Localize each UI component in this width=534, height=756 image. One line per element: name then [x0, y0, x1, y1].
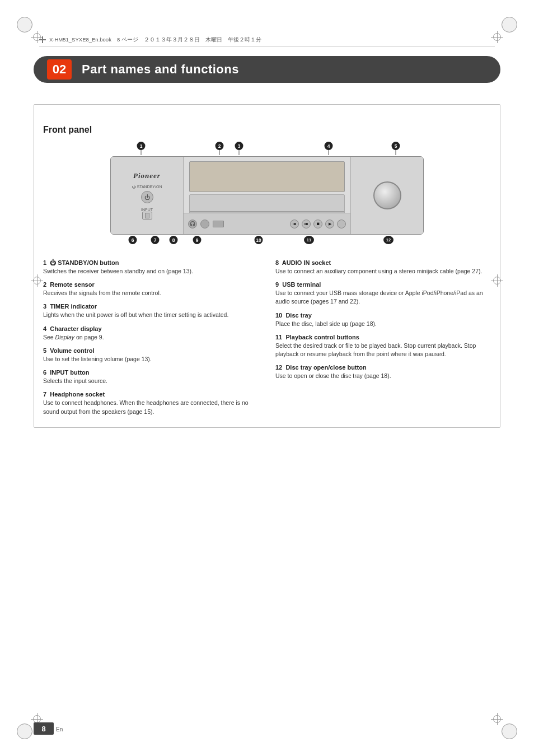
badge-6: 6: [129, 236, 137, 244]
line-2: [219, 150, 220, 155]
crosshair-icon: [39, 36, 46, 43]
top-bar: X-HM51_SYXE8_En.book 8 ページ ２０１３年３月２８日 木曜…: [39, 35, 495, 47]
badge-7: 7: [151, 236, 160, 244]
number-labels-bottom: 6 7 8 9 10 11 12: [110, 236, 424, 249]
desc-item-7: 7 Headphone socket Use to connect headph…: [43, 391, 259, 416]
desc-title-9: 9 USB terminal: [275, 281, 491, 288]
chapter-number: 02: [47, 59, 72, 80]
line-3: [239, 150, 240, 155]
desc-text-1: Switches the receiver between standby an…: [43, 267, 259, 276]
device-container: 1 2 3 4 5 Pioneer ⏻ STANDBY/ON: [105, 142, 429, 249]
eject-btn-icon: [337, 220, 346, 228]
volume-knob-icon: [373, 181, 401, 209]
badge-1: 1: [137, 142, 146, 150]
badge-5: 5: [392, 142, 400, 150]
file-info-text: X-HM51_SYXE8_En.book 8 ページ ２０１３年３月２８日 木曜…: [49, 36, 261, 44]
play-btn-icon: ▶: [325, 220, 334, 228]
corner-decoration-tr: [502, 17, 517, 32]
desc-text-9: Use to connect your USB mass storage dev…: [275, 289, 491, 306]
standby-label: ⏻ STANDBY/ON: [132, 185, 162, 189]
main-content: Front panel 1 2 3 4 5 Pioneer: [34, 95, 500, 722]
chapter-title: Part names and functions: [82, 62, 239, 77]
section-title: Front panel: [43, 125, 491, 135]
desc-title-8: 8 AUDIO IN socket: [275, 259, 491, 266]
stop-btn-icon: ⏹: [313, 220, 322, 228]
desc-title-5: 5 Volume control: [43, 347, 259, 354]
desc-title-12: 12 Disc tray open/close button: [275, 364, 491, 371]
desc-item-6: 6 INPUT button Selects the input source.: [43, 369, 259, 385]
front-panel-section: Front panel 1 2 3 4 5 Pioneer: [34, 104, 500, 428]
input-area: INPUT: [141, 208, 153, 220]
corner-decoration-tl: [17, 17, 32, 32]
input-icon: [142, 212, 152, 220]
desc-title-6: 6 INPUT button: [43, 369, 259, 376]
page-lang: En: [56, 726, 63, 732]
desc-text-10: Place the disc, label side up (page 18).: [275, 320, 491, 328]
desc-text-12: Use to open or close the disc tray (page…: [275, 372, 491, 380]
desc-item-8: 8 AUDIO IN socket Use to connect an auxi…: [275, 259, 491, 276]
badge-9: 9: [193, 236, 202, 244]
desc-text-5: Use to set the listening volume (page 13…: [43, 355, 259, 363]
badge-12: 12: [383, 236, 394, 244]
device-left-panel: Pioneer ⏻ STANDBY/ON INPUT: [111, 157, 184, 234]
desc-item-11: 11 Playback control buttons Select the d…: [275, 334, 491, 358]
desc-text-4: See Display on page 9.: [43, 333, 259, 342]
badge-11: 11: [304, 236, 314, 244]
playback-controls: ⏮ ⏭ ⏹ ▶: [290, 220, 346, 228]
line-1: [141, 150, 142, 155]
headphone-jack-icon: 🎧: [188, 220, 197, 228]
badge-4: 4: [325, 142, 333, 150]
corner-decoration-bl: [17, 724, 32, 739]
descriptions: 1 ⏻ STANDBY/ON button Switches the recei…: [43, 259, 491, 422]
number-labels-top: 1 2 3 4 5: [110, 142, 424, 155]
badge-2: 2: [216, 142, 224, 150]
input-label: INPUT: [141, 208, 153, 212]
device-image: Pioneer ⏻ STANDBY/ON INPUT: [110, 156, 424, 235]
desc-title-7: 7 Headphone socket: [43, 391, 259, 398]
desc-text-8: Use to connect an auxiliary component us…: [275, 267, 491, 276]
desc-title-11: 11 Playback control buttons: [275, 334, 491, 340]
standby-button-icon: [141, 191, 153, 203]
desc-title-2: 2 Remote sensor: [43, 281, 259, 288]
desc-item-3: 3 TIMER indicator Lights when the unit p…: [43, 303, 259, 319]
desc-title-10: 10 Disc tray: [275, 312, 491, 319]
descriptions-right-col: 8 AUDIO IN socket Use to connect an auxi…: [275, 259, 491, 422]
desc-text-6: Selects the input source.: [43, 377, 259, 385]
desc-text-3: Lights when the unit power is off but wh…: [43, 311, 259, 319]
desc-item-4: 4 Character display See Display on page …: [43, 325, 259, 342]
desc-item-2: 2 Remote sensor Receives the signals fro…: [43, 281, 259, 297]
chapter-header: 02 Part names and functions: [34, 56, 500, 83]
corner-decoration-br: [502, 724, 517, 739]
device-center-panel: 🎧 ⏮ ⏭ ⏹ ▶: [184, 157, 350, 234]
next-btn-icon: ⏭: [302, 220, 311, 228]
desc-item-9: 9 USB terminal Use to connect your USB m…: [275, 281, 491, 306]
pioneer-logo: Pioneer: [133, 171, 161, 180]
standby-area: ⏻ STANDBY/ON: [132, 185, 162, 203]
bottom-controls-bar: 🎧 ⏮ ⏭ ⏹ ▶: [184, 213, 350, 234]
desc-title-1: 1 ⏻ STANDBY/ON button: [43, 259, 259, 266]
display-area: [189, 161, 345, 192]
desc-text-11: Select the desired track or file to be p…: [275, 342, 491, 358]
desc-title-4: 4 Character display: [43, 325, 259, 332]
device-right-panel: [350, 157, 423, 234]
descriptions-left-col: 1 ⏻ STANDBY/ON button Switches the recei…: [43, 259, 259, 422]
desc-text-7: Use to connect headphones. When the head…: [43, 399, 259, 416]
line-5: [396, 150, 396, 155]
usb-port-icon: [213, 221, 224, 227]
page-number: 8: [34, 722, 54, 735]
desc-item-12: 12 Disc tray open/close button Use to op…: [275, 364, 491, 380]
desc-item-10: 10 Disc tray Place the disc, label side …: [275, 312, 491, 328]
badge-10: 10: [255, 236, 263, 244]
badge-3: 3: [235, 142, 243, 150]
line-4: [329, 150, 329, 155]
desc-text-2: Receives the signals from the remote con…: [43, 289, 259, 297]
badge-8: 8: [170, 236, 178, 244]
desc-item-1: 1 ⏻ STANDBY/ON button Switches the recei…: [43, 259, 259, 276]
prev-btn-icon: ⏮: [290, 220, 299, 228]
desc-title-3: 3 TIMER indicator: [43, 303, 259, 310]
desc-item-5: 5 Volume control Use to set the listenin…: [43, 347, 259, 363]
aux-jack-icon: [200, 220, 209, 228]
